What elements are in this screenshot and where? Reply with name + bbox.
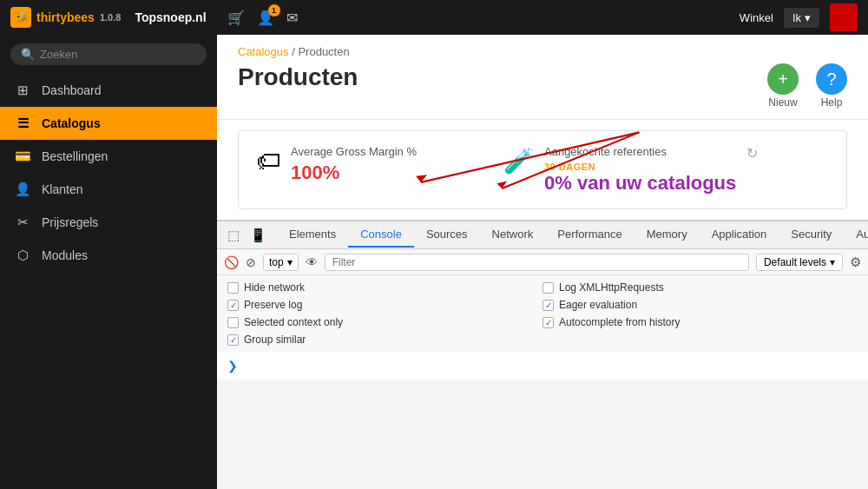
devtools-tabs: ⬚ 📱 Elements Console Sources Network Per…	[217, 221, 868, 249]
context-value: top	[269, 256, 284, 268]
stats-card: 🏷 Average Gross Margin % 100% 🧪 Aangekoc…	[238, 130, 847, 209]
sidebar-item-dashboard[interactable]: ⊞ Dashboard	[0, 74, 217, 107]
default-levels-label: Default levels	[764, 256, 826, 268]
search-icon: 🔍	[21, 48, 35, 61]
user-menu-button[interactable]: Ik ▾	[784, 8, 819, 28]
cart-icon[interactable]: 🛒	[227, 10, 245, 26]
sidebar-item-label: Bestellingen	[42, 149, 108, 163]
tab-sources[interactable]: Sources	[414, 222, 480, 248]
tab-console[interactable]: Console	[348, 222, 414, 248]
option-hide-network: Hide network	[227, 279, 542, 296]
breadcrumb-parent[interactable]: Catalogus	[238, 45, 289, 58]
tab-performance[interactable]: Performance	[545, 222, 634, 248]
sidebar-item-label: Catalogus	[42, 116, 101, 130]
bestellingen-icon: 💳	[14, 149, 31, 164]
search-input-wrap[interactable]: 🔍 Zoeken	[10, 43, 207, 65]
avatar	[830, 3, 858, 31]
nieuw-icon: +	[767, 63, 799, 95]
sidebar-item-bestellingen[interactable]: 💳 Bestellingen	[0, 140, 217, 173]
stat-referenties: 🧪 Aangekochte referenties 30 DAGEN 0% va…	[503, 145, 758, 195]
context-dropdown-arrow: ▾	[287, 256, 293, 268]
search-bar: 🔍 Zoeken	[0, 35, 217, 74]
help-label: Help	[821, 96, 843, 109]
tab-audits[interactable]: Audits	[844, 222, 868, 248]
catalogus-icon: ☰	[14, 116, 31, 131]
devtools-inspect-icon[interactable]: ⬚	[224, 228, 243, 243]
clear-console-icon[interactable]: 🚫	[224, 255, 239, 269]
header-actions: + Nieuw ? Help	[767, 63, 847, 109]
page-title: Producten	[238, 63, 358, 91]
content-area: Catalogus / Producten Producten + Nieuw …	[217, 35, 868, 489]
preserve-log-checkbox[interactable]	[227, 300, 239, 311]
eager-eval-checkbox[interactable]	[542, 300, 554, 311]
default-levels-dropdown[interactable]: Default levels ▾	[756, 254, 843, 271]
nieuw-label: Nieuw	[768, 96, 797, 109]
stat-margin-value: 100%	[291, 162, 417, 184]
search-placeholder: Zoeken	[40, 48, 77, 61]
selected-context-checkbox[interactable]	[227, 317, 239, 328]
stats-area: 🏷 Average Gross Margin % 100% 🧪 Aangekoc…	[217, 120, 868, 220]
option-eager-eval: Eager evaluation	[542, 296, 858, 314]
context-selector[interactable]: top ▾	[263, 254, 299, 271]
option-group-similar: Group similar	[227, 331, 542, 348]
sidebar-item-modules[interactable]: ⬡ Modules	[0, 239, 217, 272]
console-prompt-icon[interactable]: ❯	[227, 359, 238, 373]
mail-icon[interactable]: ✉	[286, 10, 298, 26]
stat-margin-content: Average Gross Margin % 100%	[291, 145, 417, 184]
main-layout: 🔍 Zoeken ⊞ Dashboard ☰ Catalogus 💳 Beste…	[0, 35, 868, 489]
selected-context-label: Selected context only	[244, 316, 343, 328]
tab-security[interactable]: Security	[779, 222, 844, 248]
option-log-xmlhttp: Log XMLHttpRequests	[542, 279, 858, 296]
logo-icon: 🐝	[10, 7, 31, 28]
stat-ref-sublabel: 30 DAGEN	[544, 162, 736, 172]
nav-items: ⊞ Dashboard ☰ Catalogus 💳 Bestellingen 👤…	[0, 74, 217, 489]
breadcrumb-current: Producten	[298, 45, 349, 58]
tab-network[interactable]: Network	[480, 222, 546, 248]
group-similar-checkbox[interactable]	[227, 334, 239, 346]
log-xmlhttp-checkbox[interactable]	[542, 282, 554, 294]
dashboard-icon: ⊞	[14, 83, 31, 98]
stat-referenties-content: Aangekochte referenties 30 DAGEN 0% van …	[544, 145, 736, 195]
hide-network-label: Hide network	[244, 281, 305, 294]
logo[interactable]: 🐝 thirtybees 1.0.8	[10, 7, 121, 28]
reload-icon[interactable]: ↻	[746, 145, 758, 162]
options-right: Log XMLHttpRequests Eager evaluation Aut…	[542, 279, 858, 348]
stat-margin-label: Average Gross Margin %	[291, 145, 417, 158]
tab-application[interactable]: Application	[700, 222, 779, 248]
devtools-panel: ⬚ 📱 Elements Console Sources Network Per…	[217, 220, 868, 380]
gear-icon[interactable]: ⚙	[850, 254, 861, 270]
preserve-log-label: Preserve log	[244, 299, 302, 311]
console-filter-input[interactable]	[325, 254, 749, 271]
help-action[interactable]: ? Help	[816, 63, 847, 109]
modules-icon: ⬡	[14, 248, 31, 263]
logo-text: thirtybees	[36, 10, 95, 24]
eye-icon[interactable]: 👁	[306, 255, 318, 269]
sidebar-item-label: Modules	[42, 248, 88, 262]
help-icon: ?	[816, 63, 847, 95]
nieuw-action[interactable]: + Nieuw	[767, 63, 799, 109]
devtools-device-icon[interactable]: 📱	[247, 228, 270, 243]
sidebar: 🔍 Zoeken ⊞ Dashboard ☰ Catalogus 💳 Beste…	[0, 35, 217, 489]
tab-memory[interactable]: Memory	[635, 222, 700, 248]
collapse-icon[interactable]: ⊘	[246, 255, 256, 269]
sidebar-item-label: Klanten	[42, 182, 82, 196]
autocomplete-checkbox[interactable]	[542, 317, 554, 328]
sidebar-item-klanten[interactable]: 👤 Klanten	[0, 173, 217, 206]
notification-badge: 1	[268, 4, 280, 17]
option-preserve-log: Preserve log	[227, 296, 542, 314]
hide-network-checkbox[interactable]	[227, 282, 239, 294]
nav-right: Winkel Ik ▾	[740, 3, 858, 31]
page-header: Catalogus / Producten Producten + Nieuw …	[217, 35, 868, 120]
tag-icon: 🏷	[256, 145, 280, 175]
tab-elements[interactable]: Elements	[277, 222, 348, 248]
group-similar-label: Group similar	[244, 334, 306, 346]
option-autocomplete: Autocomplete from history	[542, 314, 858, 331]
stat-ref-value: 0% van uw catalogus	[544, 172, 736, 195]
sidebar-item-prijsregels[interactable]: ✂ Prijsregels	[0, 206, 217, 239]
sidebar-item-catalogus[interactable]: ☰ Catalogus	[0, 107, 217, 140]
levels-dropdown-arrow: ▾	[830, 256, 835, 268]
user-icon[interactable]: 👤 1	[257, 10, 274, 26]
breadcrumb-separator: /	[292, 45, 295, 58]
winkel-button[interactable]: Winkel	[740, 11, 773, 24]
devtools-toolbar: 🚫 ⊘ top ▾ 👁 Default levels ▾ ⚙	[217, 249, 868, 275]
